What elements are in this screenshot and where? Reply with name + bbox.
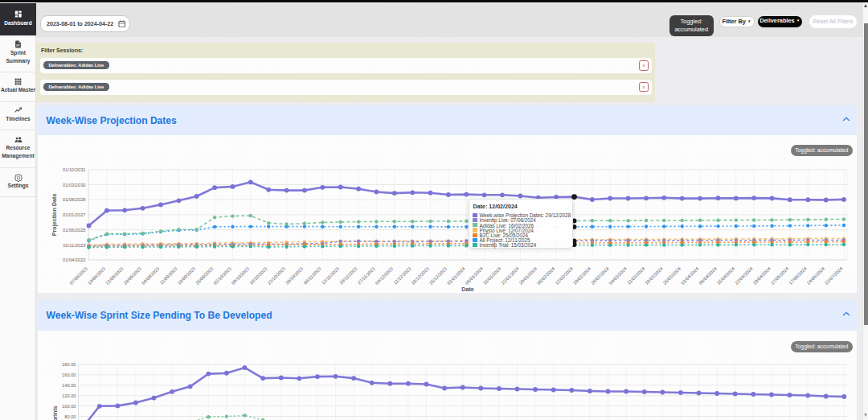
svg-text:19/02/2024: 19/02/2024 (571, 266, 591, 286)
svg-text:09/10/2023: 09/10/2023 (230, 266, 249, 286)
svg-text:29/04/2024: 29/04/2024 (751, 266, 771, 286)
svg-text:100.00: 100.00 (62, 403, 76, 408)
svg-text:04/03/2024: 04/03/2024 (608, 266, 627, 286)
svg-text:15/01/2024: 15/01/2024 (482, 266, 502, 286)
svg-text:120.00: 120.00 (62, 393, 76, 397)
svg-text:01/04/2022: 01/04/2022 (63, 257, 85, 262)
svg-text:140.00: 140.00 (62, 383, 76, 388)
svg-text:02/10/2023: 02/10/2023 (212, 266, 231, 286)
svg-text:08/04/2024: 08/04/2024 (698, 266, 717, 286)
svg-text:04/12/2023: 04/12/2023 (374, 266, 393, 286)
svg-text:30/10/2023: 30/10/2023 (284, 266, 303, 286)
svg-text:01/06/2025: 01/06/2025 (63, 228, 85, 233)
svg-text:07/08/2023: 07/08/2023 (68, 266, 88, 286)
svg-text:13/11/2023: 13/11/2023 (321, 266, 340, 286)
svg-text:25/12/2023: 25/12/2023 (428, 266, 447, 286)
svg-text:18/03/2024: 18/03/2024 (644, 266, 663, 286)
svg-text:04/09/2023: 04/09/2023 (141, 266, 160, 286)
svg-text:21/08/2023: 21/08/2023 (104, 266, 124, 286)
svg-text:01/04/2024: 01/04/2024 (680, 266, 699, 286)
svg-text:Sprints: Sprints (51, 406, 58, 420)
svg-text:27/11/2023: 27/11/2023 (356, 266, 375, 286)
svg-text:14/08/2023: 14/08/2023 (86, 266, 105, 286)
svg-text:12/02/2024: 12/02/2024 (554, 266, 573, 286)
svg-text:24/06/2024: 24/06/2024 (805, 266, 825, 286)
svg-text:01/08/2028: 01/08/2028 (63, 197, 85, 202)
svg-text:18/12/2023: 18/12/2023 (410, 266, 429, 286)
svg-text:80.00: 80.00 (64, 414, 76, 418)
svg-text:25/09/2023: 25/09/2023 (194, 266, 214, 286)
svg-text:01/11/2023: 01/11/2023 (63, 243, 85, 248)
svg-text:11/09/2023: 11/09/2023 (158, 266, 178, 286)
svg-text:06/11/2023: 06/11/2023 (302, 266, 321, 286)
svg-text:27/05/2024: 27/05/2024 (769, 266, 788, 286)
svg-text:22/01/2024: 22/01/2024 (500, 266, 519, 286)
svg-text:01/03/2030: 01/03/2030 (63, 183, 85, 187)
svg-text:25/03/2024: 25/03/2024 (661, 266, 681, 286)
svg-text:11/12/2023: 11/12/2023 (392, 266, 411, 286)
svg-text:Date: Date (461, 286, 474, 293)
svg-text:20/11/2023: 20/11/2023 (338, 266, 358, 286)
svg-text:16/10/2023: 16/10/2023 (248, 266, 268, 286)
svg-text:01/01/2024: 01/01/2024 (446, 266, 465, 286)
svg-text:15/04/2024: 15/04/2024 (715, 266, 735, 286)
svg-text:26/02/2024: 26/02/2024 (590, 266, 609, 286)
svg-text:23/10/2023: 23/10/2023 (266, 266, 285, 286)
svg-text:18/09/2023: 18/09/2023 (176, 266, 195, 286)
svg-text:160.00: 160.00 (62, 373, 76, 377)
svg-text:Projection Date: Projection Date (51, 194, 58, 237)
svg-text:29/01/2024: 29/01/2024 (518, 266, 537, 286)
svg-text:22/04/2024: 22/04/2024 (734, 266, 753, 286)
svg-text:01/01/2027: 01/01/2027 (63, 212, 85, 217)
svg-text:01/10/2031: 01/10/2031 (63, 167, 85, 172)
svg-text:11/03/2024: 11/03/2024 (626, 266, 645, 286)
svg-text:05/02/2024: 05/02/2024 (536, 266, 555, 286)
svg-text:17/06/2024: 17/06/2024 (788, 266, 807, 286)
svg-text:28/08/2023: 28/08/2023 (122, 266, 141, 286)
svg-text:08/01/2024: 08/01/2024 (464, 266, 483, 286)
svg-text:22/07/2024: 22/07/2024 (824, 266, 843, 286)
svg-text:180.00: 180.00 (62, 362, 76, 367)
